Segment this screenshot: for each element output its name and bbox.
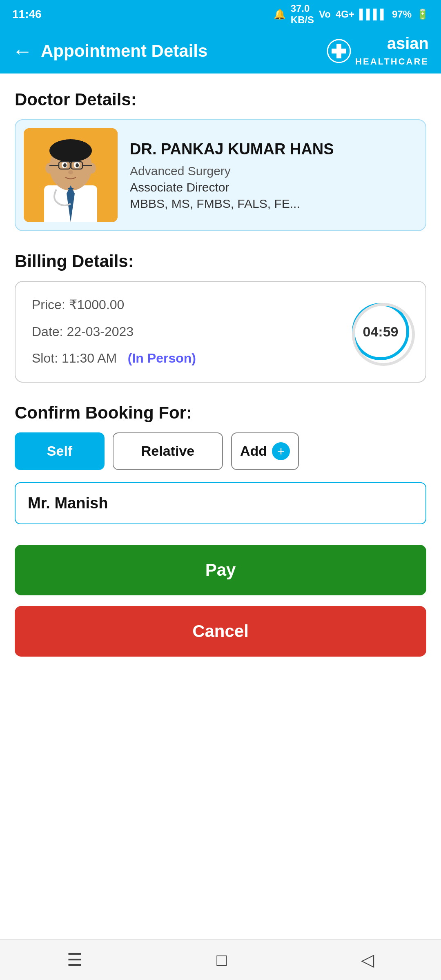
add-button[interactable]: Add + <box>231 432 299 470</box>
add-label: Add <box>240 443 267 459</box>
billing-info: Price: ₹1000.00 Date: 22-03-2023 Slot: 1… <box>32 296 196 367</box>
slot-label: Slot: 11:30 AM <box>32 351 124 365</box>
doctor-illustration <box>24 128 118 222</box>
timer-value: 04:59 <box>363 324 399 340</box>
doctor-name: DR. PANKAJ KUMAR HANS <box>130 140 417 159</box>
network-indicator: 4G+ <box>336 9 354 20</box>
svg-point-9 <box>88 163 96 174</box>
billing-date: Date: 22-03-2023 <box>32 323 196 341</box>
battery-percent: 97% <box>392 9 412 20</box>
self-button[interactable]: Self <box>15 432 105 470</box>
billing-price: Price: ₹1000.00 <box>32 296 196 314</box>
logo-text: asian HEALTHCARE <box>355 34 429 67</box>
svg-point-19 <box>68 170 73 174</box>
back-nav-icon[interactable]: ◁ <box>361 950 374 970</box>
svg-point-8 <box>45 163 53 174</box>
svg-point-7 <box>49 139 92 162</box>
status-icons: 🔔 37.0KB/S Vo 4G+ ▌▌▌▌ 97% 🔋 <box>274 3 429 26</box>
status-bar: 11:46 🔔 37.0KB/S Vo 4G+ ▌▌▌▌ 97% 🔋 <box>0 0 441 29</box>
visit-type-badge: (In Person) <box>128 351 196 365</box>
confirm-booking-section: Confirm Booking For: Self Relative Add + <box>15 403 426 524</box>
battery-icon: 🔋 <box>416 9 429 20</box>
confirm-section-title: Confirm Booking For: <box>15 403 426 423</box>
doctor-info: DR. PANKAJ KUMAR HANS Advanced Surgery A… <box>130 140 417 211</box>
svg-point-13 <box>76 163 79 167</box>
back-button[interactable]: ← <box>12 41 33 61</box>
home-icon[interactable]: □ <box>216 950 227 970</box>
logo-container: asian HEALTHCARE <box>327 34 429 67</box>
logo-icon <box>327 39 351 63</box>
plus-icon: + <box>272 442 290 460</box>
booking-type-buttons: Self Relative Add + <box>15 432 426 470</box>
doctor-qualifications: MBBS, MS, FMBS, FALS, FE... <box>130 197 417 211</box>
bottom-navigation: ☰ □ ◁ <box>0 939 441 980</box>
status-time: 11:46 <box>12 8 42 21</box>
svg-rect-2 <box>332 49 346 53</box>
billing-card: Price: ₹1000.00 Date: 22-03-2023 Slot: 1… <box>15 281 426 383</box>
doctor-photo <box>24 128 118 222</box>
patient-name-input[interactable] <box>15 482 426 524</box>
billing-slot: Slot: 11:30 AM (In Person) <box>32 350 196 367</box>
doctor-section-title: Doctor Details: <box>15 90 426 109</box>
doctor-specialty: Advanced Surgery <box>130 164 417 178</box>
action-buttons: Pay Cancel <box>15 545 426 657</box>
menu-icon[interactable]: ☰ <box>67 950 82 970</box>
signal-icon: ▌▌▌▌ <box>359 9 387 20</box>
bell-icon: 🔔 <box>274 9 286 20</box>
svg-point-12 <box>63 163 67 167</box>
cancel-button[interactable]: Cancel <box>15 606 426 657</box>
billing-section-title: Billing Details: <box>15 252 426 271</box>
speed-indicator: 37.0KB/S <box>291 3 314 26</box>
relative-button[interactable]: Relative <box>113 432 223 470</box>
countdown-timer: 04:59 <box>352 303 409 360</box>
app-header: ← Appointment Details asian HEALTHCARE <box>0 29 441 74</box>
doctor-card: DR. PANKAJ KUMAR HANS Advanced Surgery A… <box>15 119 426 231</box>
main-content: Doctor Details: <box>0 74 441 939</box>
doctor-role: Associate Director <box>130 180 417 194</box>
page-title: Appointment Details <box>41 41 318 61</box>
vo-indicator: Vo <box>319 9 331 20</box>
pay-button[interactable]: Pay <box>15 545 426 595</box>
